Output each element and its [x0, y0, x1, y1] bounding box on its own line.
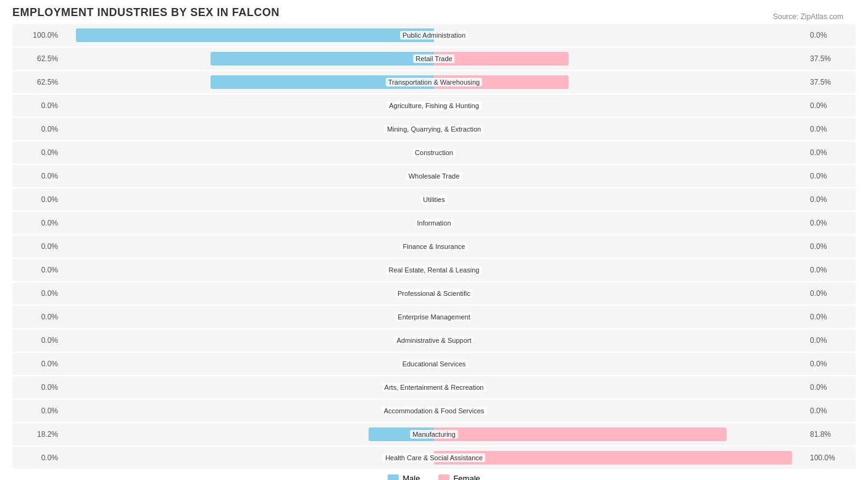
bar-row: 0.0% Wholesale Trade 0.0%	[12, 165, 856, 187]
bars-container: Real Estate, Rental & Leasing	[62, 259, 806, 281]
bars-container: Finance & Insurance	[62, 235, 806, 258]
female-side	[434, 355, 806, 373]
female-side	[434, 214, 806, 232]
bar-row: 18.2% Manufacturing 81.8%	[12, 423, 856, 445]
industry-name-label: Retail Trade	[413, 54, 454, 63]
industry-name-label: Information	[414, 219, 453, 227]
male-side	[62, 214, 434, 232]
female-side	[434, 238, 806, 255]
female-value-label: 0.0%	[806, 31, 856, 40]
female-bar	[434, 451, 792, 465]
male-value-label: 0.0%	[12, 195, 62, 204]
industry-name-label: Educational Services	[400, 360, 469, 368]
male-value-label: 0.0%	[12, 360, 62, 368]
male-side	[62, 285, 434, 302]
male-value-label: 62.5%	[12, 54, 62, 63]
bar-pair: Arts, Entertainment & Recreation	[62, 379, 806, 396]
bar-pair: Manufacturing	[62, 426, 806, 443]
industry-name-label: Utilities	[420, 195, 447, 204]
female-value-label: 0.0%	[806, 406, 856, 415]
male-side	[62, 355, 434, 373]
bar-pair: Transportation & Warehousing	[62, 74, 806, 91]
bar-pair: Public Administration	[62, 27, 806, 44]
male-side	[62, 238, 434, 255]
bar-pair: Enterprise Management	[62, 308, 806, 326]
female-side	[434, 426, 806, 443]
bars-container: Transportation & Warehousing	[62, 71, 806, 93]
bar-pair: Construction	[62, 144, 806, 161]
male-side	[62, 426, 434, 443]
chart-area: 100.0% Public Administration 0.0% 62.5%	[12, 24, 856, 469]
bars-container: Construction	[62, 141, 806, 164]
male-side	[62, 332, 434, 349]
bar-row: 62.5% Transportation & Warehousing 37.5%	[12, 71, 856, 93]
female-side	[434, 167, 806, 185]
male-value-label: 0.0%	[12, 219, 62, 227]
male-bar	[76, 28, 434, 42]
female-side	[434, 332, 806, 349]
male-side	[62, 308, 434, 326]
male-side	[62, 50, 434, 67]
female-side	[434, 285, 806, 302]
male-side	[62, 97, 434, 114]
female-value-label: 0.0%	[806, 101, 856, 110]
male-side	[62, 402, 434, 419]
industry-name-label: Mining, Quarrying, & Extraction	[385, 125, 483, 133]
industry-name-label: Health Care & Social Assistance	[383, 453, 485, 462]
bar-row: 0.0% Accommodation & Food Services 0.0%	[12, 400, 856, 422]
female-side	[434, 50, 806, 67]
industry-name-label: Accommodation & Food Services	[382, 406, 487, 415]
bar-row: 0.0% Educational Services 0.0%	[12, 353, 856, 375]
female-value-label: 0.0%	[806, 289, 856, 298]
bar-pair: Accommodation & Food Services	[62, 402, 806, 419]
male-side	[62, 191, 434, 208]
bars-container: Information	[62, 212, 806, 234]
bar-row: 0.0% Mining, Quarrying, & Extraction 0.0…	[12, 118, 856, 140]
legend-female: Female	[438, 474, 480, 480]
female-side	[434, 27, 806, 44]
bars-container: Mining, Quarrying, & Extraction	[62, 118, 806, 140]
female-value-label: 81.8%	[806, 430, 856, 439]
bar-pair: Agriculture, Fishing & Hunting	[62, 97, 806, 114]
bars-container: Enterprise Management	[62, 306, 806, 328]
male-value-label: 0.0%	[12, 289, 62, 298]
male-legend-box	[388, 474, 399, 481]
industry-name-label: Agriculture, Fishing & Hunting	[386, 101, 482, 110]
female-side	[434, 402, 806, 419]
bar-pair: Retail Trade	[62, 50, 806, 67]
female-value-label: 0.0%	[806, 125, 856, 133]
male-side	[62, 120, 434, 138]
female-value-label: 100.0%	[806, 453, 856, 462]
male-side	[62, 379, 434, 396]
bars-container: Professional & Scientific	[62, 282, 806, 305]
female-value-label: 0.0%	[806, 336, 856, 345]
bar-row: 0.0% Construction 0.0%	[12, 141, 856, 164]
female-value-label: 0.0%	[806, 383, 856, 392]
bars-container: Agriculture, Fishing & Hunting	[62, 95, 806, 117]
male-value-label: 0.0%	[12, 172, 62, 180]
industry-name-label: Construction	[412, 148, 456, 157]
male-value-label: 0.0%	[12, 266, 62, 274]
male-value-label: 0.0%	[12, 336, 62, 345]
bars-container: Manufacturing	[62, 423, 806, 445]
female-value-label: 0.0%	[806, 219, 856, 227]
male-value-label: 100.0%	[12, 31, 62, 40]
legend: Male Female	[12, 474, 856, 480]
industry-name-label: Arts, Entertainment & Recreation	[382, 383, 486, 392]
male-side	[62, 27, 434, 44]
male-value-label: 0.0%	[12, 242, 62, 251]
bar-pair: Health Care & Social Assistance	[62, 449, 806, 466]
male-value-label: 0.0%	[12, 148, 62, 157]
bar-row: 100.0% Public Administration 0.0%	[12, 24, 856, 46]
female-value-label: 0.0%	[806, 360, 856, 368]
bars-container: Retail Trade	[62, 48, 806, 70]
industry-name-label: Transportation & Warehousing	[386, 78, 482, 86]
legend-male: Male	[388, 474, 420, 480]
bar-pair: Real Estate, Rental & Leasing	[62, 261, 806, 279]
male-value-label: 0.0%	[12, 406, 62, 415]
industry-name-label: Wholesale Trade	[406, 172, 462, 180]
male-value-label: 18.2%	[12, 430, 62, 439]
female-legend-box	[438, 474, 449, 481]
male-bar	[211, 52, 435, 65]
male-side	[62, 167, 434, 185]
